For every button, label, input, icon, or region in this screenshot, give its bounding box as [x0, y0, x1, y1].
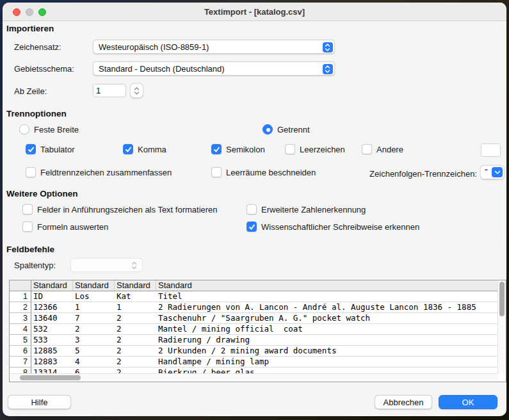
checkbox-unchecked[interactable]	[285, 144, 295, 154]
table-cell[interactable]: 532	[31, 324, 73, 335]
table-cell[interactable]: 1	[73, 302, 115, 313]
checkbox-label: Andere	[376, 145, 403, 154]
checkbox-unchecked[interactable]	[211, 167, 222, 177]
table-cell[interactable]: 2 Urkunden / 2 mining award documents	[156, 346, 498, 357]
radio-circle[interactable]	[19, 124, 29, 134]
table-row[interactable]: 1IDLosKatTitel	[10, 291, 498, 302]
radio-fixed-width[interactable]: Feste Breite	[19, 124, 79, 135]
checkbox-leerzeichen[interactable]: Leerzeichen	[285, 143, 345, 155]
table-row[interactable]: 212366112 Radierungen von A. Lancon - An…	[10, 302, 498, 313]
checkbox-erweiterte-zahlenerkennung[interactable]: Erweiterte Zahlenerkennung	[246, 204, 419, 215]
cancel-button[interactable]: Abbrechen	[375, 395, 432, 409]
checkbox-felder-in-anführungszeichen-als-text-formatieren[interactable]: Felder in Anführungszeichen als Text for…	[22, 204, 246, 215]
table-cell[interactable]: ID	[31, 291, 73, 302]
horizontal-scrollbar[interactable]	[10, 373, 498, 382]
table-cell[interactable]: Handlampe / mining lamp	[156, 357, 498, 368]
table-cell[interactable]: 2	[115, 357, 156, 368]
popup-stepper-icon	[323, 64, 333, 74]
table-row[interactable]: 71288342Handlampe / mining lamp	[10, 357, 498, 368]
chevron-down-icon[interactable]	[492, 167, 503, 177]
table-cell[interactable]: 4	[73, 357, 115, 368]
checkbox-unchecked[interactable]	[246, 204, 257, 214]
ok-button[interactable]: OK	[439, 395, 497, 409]
checkbox-unchecked[interactable]	[22, 222, 33, 232]
section-title-separator: Trennoptionen	[6, 109, 67, 118]
table-cell[interactable]: 2	[115, 335, 156, 346]
string-delimiter-combo[interactable]: "	[480, 165, 505, 179]
from-row-input[interactable]	[93, 84, 126, 97]
checkbox-label: Feldtrennzeichen zusammenfassen	[40, 168, 172, 177]
radio-label: Getrennt	[277, 125, 310, 134]
checkbox-tabulator[interactable]: Tabulator	[26, 143, 74, 155]
radio-circle-selected[interactable]	[263, 124, 273, 134]
table-row[interactable]: 31364072Taschenuhr / "Saargruben A. G." …	[10, 313, 498, 324]
table-cell[interactable]: 7	[73, 313, 115, 324]
table-cell[interactable]: Taschenuhr / "Saargruben A. G." pocket w…	[156, 313, 498, 324]
table-cell[interactable]: Radierung / drawing	[156, 335, 498, 346]
charset-label: Zeichensatz:	[14, 42, 61, 52]
table-cell[interactable]: Kat	[115, 291, 156, 302]
checkbox-semikolon[interactable]: Semikolon	[211, 143, 265, 155]
table-cell[interactable]: 12883	[31, 357, 73, 368]
table-cell[interactable]: 2	[115, 324, 156, 335]
checkbox-label: Erweiterte Zahlenerkennung	[261, 205, 366, 214]
column-header[interactable]: Standard	[156, 280, 498, 291]
minimize-button[interactable]	[26, 8, 33, 16]
column-header[interactable]: Standard	[31, 280, 73, 291]
vertical-scrollbar-thumb[interactable]	[499, 282, 505, 316]
header-corner-cell	[10, 280, 31, 291]
charset-select[interactable]: Westeuropäisch (ISO-8859-1)	[93, 40, 335, 54]
table-cell[interactable]: 2	[115, 346, 156, 357]
from-row-stepper[interactable]	[130, 83, 143, 98]
checkbox-wissenschaftlicher-schreibweise-erkennen[interactable]: Wissenschaftlicher Schreibweise erkennen	[246, 221, 419, 232]
table-cell[interactable]: Los	[73, 291, 115, 302]
checkbox-label: Tabulator	[40, 145, 74, 154]
column-type-select[interactable]	[70, 258, 143, 272]
checkbox-checked[interactable]	[211, 144, 222, 154]
other-separator-input[interactable]	[481, 143, 501, 157]
check-icon	[28, 146, 35, 153]
checkbox-feldtrennzeichen-zusammenfassen[interactable]: Feldtrennzeichen zusammenfassen	[26, 166, 172, 178]
table-cell[interactable]: 12885	[31, 346, 73, 357]
checkbox-unchecked[interactable]	[26, 167, 36, 177]
table-cell[interactable]: 1	[115, 302, 156, 313]
table-row[interactable]: 453222Mantel / mining official coat	[10, 324, 498, 335]
table-cell[interactable]: Mantel / mining official coat	[156, 324, 498, 335]
radio-label: Feste Breite	[34, 125, 79, 134]
table-cell[interactable]: 2	[73, 324, 115, 335]
horizontal-scrollbar-thumb[interactable]	[20, 375, 81, 380]
zoom-button[interactable]	[38, 8, 46, 16]
table-cell[interactable]: 3	[73, 335, 115, 346]
preview-table-header[interactable]: StandardStandardStandardStandard	[10, 280, 498, 291]
column-header[interactable]: Standard	[73, 280, 115, 291]
checkbox-unchecked[interactable]	[22, 204, 33, 214]
titlebar[interactable]: Textimport - [katalog.csv]	[3, 3, 506, 21]
vertical-scrollbar[interactable]	[497, 280, 506, 374]
help-button[interactable]: Hilfe	[8, 395, 71, 409]
close-button[interactable]	[13, 8, 20, 16]
table-cell[interactable]: 2 Radierungen von A. Lancon - André al. …	[156, 302, 498, 313]
preview-table[interactable]: StandardStandardStandardStandard 1IDLosK…	[10, 280, 498, 374]
preview-table-body[interactable]: 1IDLosKatTitel212366112 Radierungen von …	[10, 291, 498, 374]
table-cell[interactable]: 5	[73, 346, 115, 357]
string-delimiter-value: "	[481, 168, 492, 177]
checkbox-formeln-auswerten[interactable]: Formeln auswerten	[22, 221, 246, 232]
table-cell[interactable]: 12366	[31, 302, 73, 313]
checkbox-leerräume-beschneiden[interactable]: Leerräume beschneiden	[211, 166, 316, 178]
table-row[interactable]: 553332Radierung / drawing	[10, 335, 498, 346]
checkbox-checked[interactable]	[26, 144, 36, 154]
checkbox-andere[interactable]: Andere	[362, 143, 403, 155]
table-cell[interactable]: 533	[31, 335, 73, 346]
checkbox-unchecked[interactable]	[362, 144, 372, 154]
checkbox-komma[interactable]: Komma	[123, 143, 166, 155]
checkbox-checked[interactable]	[246, 222, 257, 232]
table-cell[interactable]: 2	[115, 313, 156, 324]
row-number: 1	[10, 291, 31, 302]
column-header[interactable]: Standard	[115, 280, 156, 291]
locale-select[interactable]: Standard - Deutsch (Deutschland)	[93, 61, 335, 76]
radio-separated[interactable]: Getrennt	[263, 124, 310, 135]
table-cell[interactable]: Titel	[156, 291, 498, 302]
checkbox-checked[interactable]	[123, 144, 133, 154]
table-row[interactable]: 612885522 Urkunden / 2 mining award docu…	[10, 346, 498, 357]
table-cell[interactable]: 13640	[31, 313, 73, 324]
